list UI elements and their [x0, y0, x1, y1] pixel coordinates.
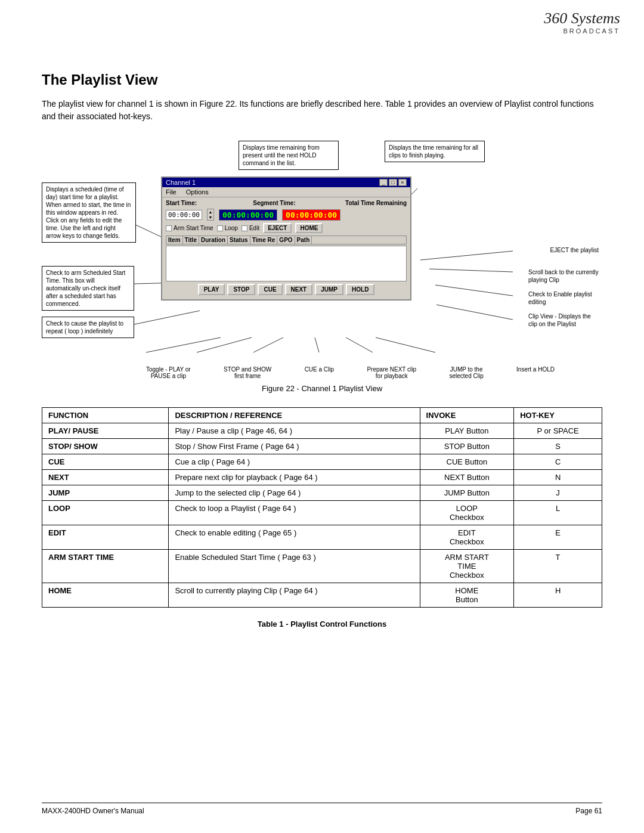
svg-line-4	[429, 269, 513, 272]
close-btn[interactable]: ×	[398, 179, 407, 186]
logo-brand: 360 Systems	[544, 11, 620, 26]
callout-total-time: Displays the time remaining for all clip…	[385, 141, 485, 162]
th-hotkey: HOT-KEY	[514, 408, 602, 423]
cell-hotkey: E	[514, 525, 602, 550]
footer: MAXX-2400HD Owner's Manual Page 61	[42, 803, 602, 815]
cell-hotkey: T	[514, 550, 602, 583]
cell-description: Check to enable editing ( Page 65 )	[169, 525, 420, 550]
figure-container: Displays a scheduled (time of day) start…	[42, 141, 602, 393]
callout-eject: EJECT the playlist	[546, 244, 602, 256]
total-time-value[interactable]: 00:00:00:00	[282, 209, 340, 221]
cell-function: STOP/ SHOW	[42, 439, 169, 454]
col-path: Path	[295, 236, 312, 244]
label-play: Toggle - PLAY or PAUSE a clip	[146, 366, 191, 379]
col-timere: Time Re	[250, 236, 278, 244]
svg-line-14	[376, 337, 435, 352]
total-time-label: Total Time Remaining	[341, 200, 407, 206]
cell-hotkey: J	[514, 485, 602, 501]
hold-button[interactable]: HOLD	[346, 284, 374, 295]
diagram-area: Displays a scheduled (time of day) start…	[42, 141, 602, 379]
cell-invoke: HOME Button	[420, 583, 514, 608]
cell-description: Scroll to currently playing Clip ( Page …	[169, 583, 420, 608]
table-row: STOP/ SHOWStop / Show First Frame ( Page…	[42, 439, 602, 454]
edit-checkbox[interactable]	[242, 225, 247, 231]
svg-line-8	[134, 311, 200, 324]
label-hold: Insert a HOLD	[516, 366, 555, 379]
cell-function: LOOP	[42, 501, 169, 525]
bottom-labels-row: Toggle - PLAY or PAUSE a clip STOP and S…	[146, 366, 555, 379]
page-title: The Playlist View	[42, 72, 602, 88]
control-buttons: PLAY STOP CUE NEXT JUMP HOLD	[166, 284, 407, 295]
segment-time-label: Segment Time:	[213, 200, 335, 206]
cell-description: Cue a clip ( Page 64 )	[169, 454, 420, 470]
cell-function: PLAY/ PAUSE	[42, 423, 169, 439]
minimize-btn[interactable]: _	[379, 179, 388, 186]
svg-line-10	[197, 337, 252, 352]
spin-btn[interactable]: ▲▼	[207, 209, 214, 221]
cell-function: ARM START TIME	[42, 550, 169, 583]
label-next: Prepare NEXT clip for playback	[367, 366, 416, 379]
cell-invoke: PLAY Button	[420, 423, 514, 439]
playlist-rows	[166, 246, 407, 281]
checkbox-row: Arm Start Time Loop Edit EJECT HOME	[166, 223, 407, 233]
svg-line-3	[420, 251, 513, 260]
cell-description: Prepare next clip for playback ( Page 64…	[169, 470, 420, 485]
label-cue: CUE a Clip	[305, 366, 334, 379]
eject-button[interactable]: EJECT	[263, 223, 292, 233]
table-row: EDITCheck to enable editing ( Page 65 )E…	[42, 525, 602, 550]
next-button[interactable]: NEXT	[285, 284, 313, 295]
cell-hotkey: C	[514, 454, 602, 470]
menu-options[interactable]: Options	[186, 188, 209, 196]
svg-line-13	[346, 337, 373, 352]
cell-function: EDIT	[42, 525, 169, 550]
functions-table: FUNCTION DESCRIPTION / REFERENCE INVOKE …	[42, 407, 602, 608]
home-button[interactable]: HOME	[295, 223, 323, 233]
time-labels-row: Start Time: Segment Time: Total Time Rem…	[166, 200, 407, 206]
svg-line-9	[146, 337, 221, 352]
cell-invoke: JUMP Button	[420, 485, 514, 501]
cell-hotkey: N	[514, 470, 602, 485]
channel-title: Channel 1	[166, 179, 196, 186]
cell-invoke: LOOP Checkbox	[420, 501, 514, 525]
callout-start-time: Displays a scheduled (time of day) start…	[42, 182, 136, 243]
callout-scroll-home: Scroll back to the currently playing Cli…	[525, 266, 602, 286]
arm-label: Arm Start Time	[174, 225, 213, 231]
cell-description: Stop / Show First Frame ( Page 64 )	[169, 439, 420, 454]
cell-invoke: CUE Button	[420, 454, 514, 470]
menu-file[interactable]: File	[166, 188, 177, 196]
channel-titlebar: Channel 1 _ □ ×	[162, 178, 410, 187]
start-time-value[interactable]: 00:00:00	[166, 210, 202, 220]
logo-area: 360 Systems Broadcast	[544, 11, 620, 35]
maximize-btn[interactable]: □	[389, 179, 397, 186]
logo-sub: Broadcast	[544, 27, 620, 35]
cell-description: Enable Scheduled Start Time ( Page 63 )	[169, 550, 420, 583]
segment-time-value[interactable]: 00:00:00:00	[219, 209, 277, 221]
cell-invoke: NEXT Button	[420, 470, 514, 485]
table-row: CUECue a clip ( Page 64 )CUE ButtonC	[42, 454, 602, 470]
cell-function: NEXT	[42, 470, 169, 485]
loop-checkbox-item: Loop	[217, 225, 238, 231]
jump-button[interactable]: JUMP	[315, 284, 343, 295]
stop-button[interactable]: STOP	[227, 284, 255, 295]
loop-checkbox[interactable]	[217, 225, 223, 231]
col-item: Item	[166, 236, 183, 244]
col-duration: Duration	[199, 236, 228, 244]
menu-bar: File Options	[162, 187, 410, 197]
cell-hotkey: S	[514, 439, 602, 454]
cell-hotkey: L	[514, 501, 602, 525]
callout-clip-view: Clip View - Displays the clip on the Pla…	[525, 310, 602, 330]
cue-button[interactable]: CUE	[258, 284, 282, 295]
edit-checkbox-item: Edit	[242, 225, 259, 231]
arm-checkbox-item: Arm Start Time	[166, 225, 213, 231]
cell-function: HOME	[42, 583, 169, 608]
svg-line-6	[436, 305, 513, 320]
th-description: DESCRIPTION / REFERENCE	[169, 408, 420, 423]
play-button[interactable]: PLAY	[198, 284, 225, 295]
table-row: PLAY/ PAUSEPlay / Pause a clip ( Page 46…	[42, 423, 602, 439]
titlebar-buttons: _ □ ×	[379, 179, 407, 186]
intro-text: The playlist view for channel 1 is shown…	[42, 98, 602, 123]
arm-checkbox[interactable]	[166, 225, 172, 231]
footer-left: MAXX-2400HD Owner's Manual	[42, 807, 144, 815]
table-row: HOMEScroll to currently playing Clip ( P…	[42, 583, 602, 608]
cell-description: Play / Pause a clip ( Page 46, 64 )	[169, 423, 420, 439]
